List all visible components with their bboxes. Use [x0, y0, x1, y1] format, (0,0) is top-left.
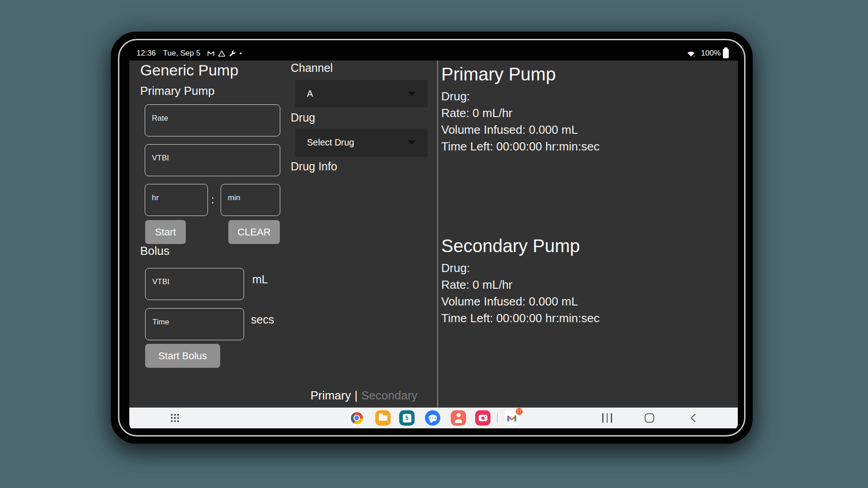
- battery-icon: [723, 49, 729, 58]
- primary-pump-section-title: Primary Pump: [140, 84, 215, 98]
- dock-bar: 5: [129, 408, 738, 428]
- camera-icon[interactable]: [475, 410, 491, 426]
- primary-pump-status-title: Primary Pump: [441, 64, 556, 84]
- tab-separator: |: [354, 389, 358, 402]
- primary-rate-line: Rate: 0 mL/hr: [441, 106, 513, 120]
- bolus-vtbi-unit-label: mL: [252, 273, 268, 286]
- tablet-screen: 12:36 Tue, Sep 5 •: [129, 42, 738, 430]
- clear-button[interactable]: CLEAR: [228, 220, 280, 244]
- calendar-day: 5: [403, 414, 411, 422]
- gmail-unread-badge: 17: [515, 408, 523, 415]
- channel-select[interactable]: A: [295, 80, 428, 108]
- chevron-down-icon: [408, 141, 416, 145]
- chevron-down-icon: [408, 92, 416, 96]
- primary-volume-line: Volume Infused: 0.000 mL: [441, 123, 578, 137]
- secondary-volume-line: Volume Infused: 0.000 mL: [441, 295, 578, 309]
- dock-divider: [497, 413, 498, 423]
- pump-app: Generic Pump Primary Pump : Start CLEAR …: [129, 61, 738, 408]
- secondary-time-left-line: Time Left: 00:00:00 hr:min:sec: [441, 311, 599, 325]
- bolus-time-input[interactable]: [145, 308, 244, 340]
- drug-label: Drug: [291, 111, 315, 124]
- channel-select-value: A: [307, 89, 313, 99]
- status-bar: 12:36 Tue, Sep 5 •: [129, 42, 738, 61]
- tab-secondary[interactable]: Secondary: [361, 389, 417, 402]
- time-separator: :: [211, 193, 214, 206]
- home-nav-button[interactable]: [645, 413, 654, 423]
- status-time: 12:36: [137, 49, 156, 58]
- secondary-pump-status-title: Secondary Pump: [441, 236, 580, 256]
- tablet-frame: 12:36 Tue, Sep 5 •: [111, 32, 753, 444]
- drug-select[interactable]: Select Drug: [295, 128, 428, 157]
- tab-primary[interactable]: Primary: [311, 389, 351, 402]
- channel-label: Channel: [291, 61, 333, 75]
- bolus-section-title: Bolus: [140, 244, 170, 258]
- minutes-input[interactable]: [221, 184, 280, 216]
- drug-info-label: Drug Info: [291, 160, 337, 173]
- battery-percent: 100%: [701, 49, 721, 58]
- app-title: Generic Pump: [140, 61, 238, 79]
- secondary-rate-line: Rate: 0 mL/hr: [441, 278, 513, 292]
- app-drawer-icon[interactable]: [171, 414, 179, 422]
- wifi-icon: [686, 49, 696, 58]
- primary-time-left-line: Time Left: 00:00:00 hr:min:sec: [441, 140, 599, 154]
- wrench-notification-icon: [228, 49, 236, 57]
- files-folder-icon[interactable]: [375, 410, 391, 426]
- rate-input[interactable]: [145, 104, 280, 136]
- contacts-icon[interactable]: [451, 410, 466, 426]
- back-nav-button[interactable]: [689, 413, 697, 423]
- gmail-icon[interactable]: 17: [504, 410, 519, 426]
- start-button[interactable]: Start: [145, 220, 186, 244]
- panel-divider: [437, 61, 438, 408]
- hours-input[interactable]: [145, 184, 208, 216]
- vtbi-input[interactable]: [145, 144, 280, 176]
- more-notifications-dot: •: [240, 50, 242, 57]
- chrome-icon[interactable]: [349, 410, 364, 426]
- drug-select-value: Select Drug: [307, 137, 354, 148]
- pump-view-tabs: Primary|Secondary: [291, 389, 437, 403]
- calendar-icon[interactable]: 5: [399, 410, 415, 426]
- triangle-notification-icon: [217, 49, 226, 58]
- secondary-drug-line: Drug:: [441, 261, 470, 275]
- start-bolus-button[interactable]: Start Bolus: [145, 344, 220, 368]
- primary-drug-line: Drug:: [441, 89, 470, 103]
- page-background: 12:36 Tue, Sep 5 •: [0, 0, 868, 488]
- bolus-vtbi-input[interactable]: [145, 268, 244, 300]
- recents-nav-button[interactable]: [602, 413, 612, 423]
- gmail-notification-icon: [207, 49, 215, 58]
- messages-icon[interactable]: [425, 410, 440, 426]
- status-date: Tue, Sep 5: [163, 49, 201, 58]
- bolus-time-unit-label: secs: [251, 313, 274, 326]
